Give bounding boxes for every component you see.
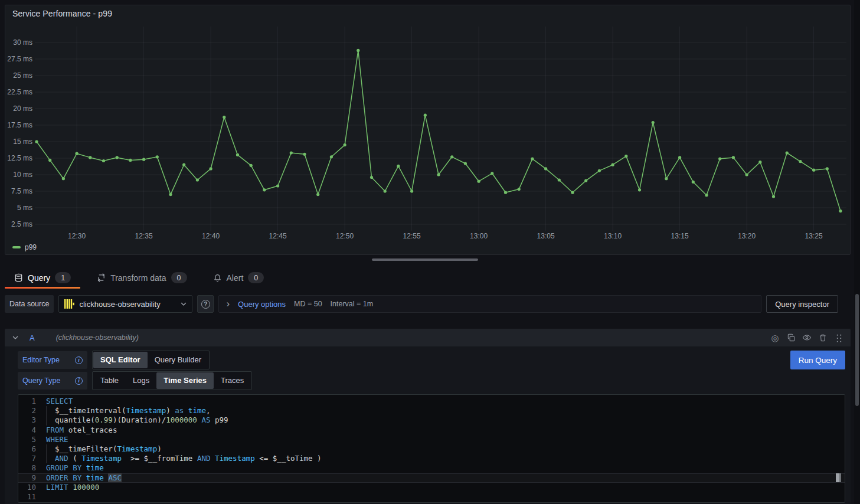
tab-count-badge: 0	[248, 272, 264, 283]
run-query-button[interactable]: Run Query	[790, 351, 845, 369]
max-data-points-value: MD = 50	[294, 300, 322, 308]
collapse-chevron-icon[interactable]	[12, 334, 19, 341]
code-text: $__timeFilter(Timestamp)	[36, 444, 162, 454]
line-number: 6	[18, 444, 36, 454]
code-text: GROUP BY time	[36, 463, 104, 473]
sql-line[interactable]: 1SELECT	[18, 397, 845, 406]
drag-handle-icon[interactable]	[834, 333, 843, 342]
query-editor-card: A (clickhouse-observability) ◎ Editor T	[5, 329, 851, 504]
sql-line[interactable]: 8GROUP BY time	[18, 463, 845, 473]
svg-text:13:05: 13:05	[537, 232, 555, 240]
svg-text:12:40: 12:40	[202, 232, 220, 240]
legend-series-swatch	[12, 246, 21, 248]
sql-line[interactable]: 10LIMIT 100000	[18, 483, 845, 492]
svg-text:5 ms: 5 ms	[17, 204, 32, 212]
tab-alert[interactable]: Alert0	[204, 267, 274, 289]
svg-text:13:25: 13:25	[805, 232, 823, 240]
radio-option-traces[interactable]: Traces	[214, 372, 251, 389]
sql-line[interactable]: 6 $__timeFilter(Timestamp)	[18, 444, 845, 454]
svg-text:12:50: 12:50	[336, 232, 354, 240]
timeseries-chart[interactable]: 30 ms27.5 ms25 ms22.5 ms20 ms17.5 ms15 m…	[5, 5, 851, 256]
datasource-picker[interactable]: clickhouse-observability	[58, 295, 192, 313]
svg-text:12.5 ms: 12.5 ms	[7, 154, 32, 162]
code-text: SELECT	[36, 397, 73, 406]
query-options-section: › Query options MD = 50 Interval = 1m	[218, 295, 761, 313]
pane-splitter-handle[interactable]	[372, 258, 478, 261]
sql-code-editor[interactable]: 1SELECT2 $__timeInterval(Timestamp) as t…	[18, 394, 845, 503]
duplicate-query-icon[interactable]	[786, 333, 796, 342]
datasource-row: Data source clickhouse-observability ? ›…	[5, 295, 838, 313]
hide-response-eye-icon[interactable]	[802, 333, 812, 342]
editor-cursor-marker	[836, 473, 841, 482]
chevron-down-icon	[180, 300, 187, 307]
panel-title[interactable]: Service Performance - p99	[12, 9, 112, 18]
editor-type-label: Editor Type i	[18, 351, 87, 369]
svg-text:12:30: 12:30	[68, 232, 86, 240]
svg-text:27.5 ms: 27.5 ms	[7, 55, 32, 63]
tab-label: Query	[28, 273, 50, 283]
sql-line[interactable]: 2 $__timeInterval(Timestamp) as time,	[18, 406, 845, 415]
query-type-radio-group: TableLogsTime SeriesTraces	[92, 371, 252, 390]
sql-line[interactable]: 9ORDER BY time ASC	[18, 473, 845, 483]
disable-query-icon[interactable]: ◎	[770, 333, 780, 342]
query-datasource-hint: (clickhouse-observability)	[56, 333, 139, 342]
svg-text:7.5 ms: 7.5 ms	[11, 187, 32, 195]
grafana-panel-editor: 30 ms27.5 ms25 ms22.5 ms20 ms17.5 ms15 m…	[0, 0, 860, 504]
transform-icon	[97, 273, 106, 282]
line-number: 11	[18, 492, 36, 502]
query-row-actions: ◎	[770, 333, 843, 342]
sql-line[interactable]: 4FROM otel_traces	[18, 426, 845, 435]
svg-text:12:35: 12:35	[135, 232, 153, 240]
radio-option-query-builder[interactable]: Query Builder	[148, 352, 208, 368]
radio-option-sql-editor[interactable]: SQL Editor	[93, 352, 148, 368]
sql-line[interactable]: 3 quantile(0.99)(Duration)/1000000 AS p9…	[18, 415, 845, 425]
timeseries-panel: 30 ms27.5 ms25 ms22.5 ms20 ms17.5 ms15 m…	[5, 5, 851, 255]
svg-text:22.5 ms: 22.5 ms	[7, 88, 32, 96]
line-number: 7	[18, 454, 36, 463]
page-scrollbar-thumb[interactable]	[855, 294, 859, 406]
page-scrollbar[interactable]	[854, 0, 860, 504]
datasource-label: Data source	[5, 295, 54, 313]
tab-transform-data[interactable]: Transform data0	[87, 267, 196, 289]
delete-query-trash-icon[interactable]	[818, 333, 828, 342]
editor-type-row: Editor Type i SQL EditorQuery Builder Ru…	[18, 351, 845, 369]
query-editor-body: Editor Type i SQL EditorQuery Builder Ru…	[5, 346, 851, 503]
svg-text:12:45: 12:45	[269, 232, 287, 240]
legend-series-label[interactable]: p99	[25, 243, 37, 251]
code-text: AND ( Timestamp >= $__fromTime AND Times…	[36, 454, 322, 463]
line-number: 2	[18, 406, 36, 415]
query-row-header[interactable]: A (clickhouse-observability) ◎	[5, 329, 851, 346]
tab-query[interactable]: Query1	[5, 267, 80, 289]
sql-line[interactable]: 11	[18, 492, 845, 502]
info-icon[interactable]: i	[75, 356, 83, 364]
query-inspector-button[interactable]: Query inspector	[766, 295, 838, 313]
sql-line[interactable]: 7 AND ( Timestamp >= $__fromTime AND Tim…	[18, 454, 845, 463]
interval-value: Interval = 1m	[331, 300, 374, 308]
line-number: 4	[18, 426, 36, 435]
svg-text:13:15: 13:15	[671, 232, 689, 240]
editor-type-radio-group: SQL EditorQuery Builder	[92, 351, 210, 369]
svg-text:12:55: 12:55	[403, 232, 421, 240]
radio-option-logs[interactable]: Logs	[126, 372, 156, 389]
line-number: 9	[18, 473, 36, 483]
svg-text:13:20: 13:20	[738, 232, 756, 240]
code-text: $__timeInterval(Timestamp) as time,	[36, 406, 211, 415]
radio-option-time-series[interactable]: Time Series	[156, 372, 214, 389]
svg-text:25 ms: 25 ms	[13, 71, 32, 80]
code-text: ORDER BY time ASC	[36, 473, 122, 483]
datasource-help-button[interactable]: ?	[197, 295, 214, 313]
sql-line[interactable]: 5WHERE	[18, 435, 845, 444]
query-options-toggle[interactable]: Query options	[238, 300, 286, 309]
svg-text:13:00: 13:00	[470, 232, 488, 240]
tab-label: Transform data	[110, 273, 166, 283]
radio-option-table[interactable]: Table	[93, 372, 126, 389]
chevron-right-icon[interactable]: ›	[226, 299, 230, 309]
help-icon: ?	[201, 300, 210, 309]
info-icon[interactable]: i	[75, 377, 83, 385]
code-text: FROM otel_traces	[36, 426, 117, 435]
query-ref-id[interactable]: A	[30, 333, 35, 342]
line-number: 5	[18, 435, 36, 444]
database-icon	[14, 273, 23, 282]
svg-text:20 ms: 20 ms	[13, 104, 32, 113]
svg-text:30 ms: 30 ms	[13, 38, 32, 47]
